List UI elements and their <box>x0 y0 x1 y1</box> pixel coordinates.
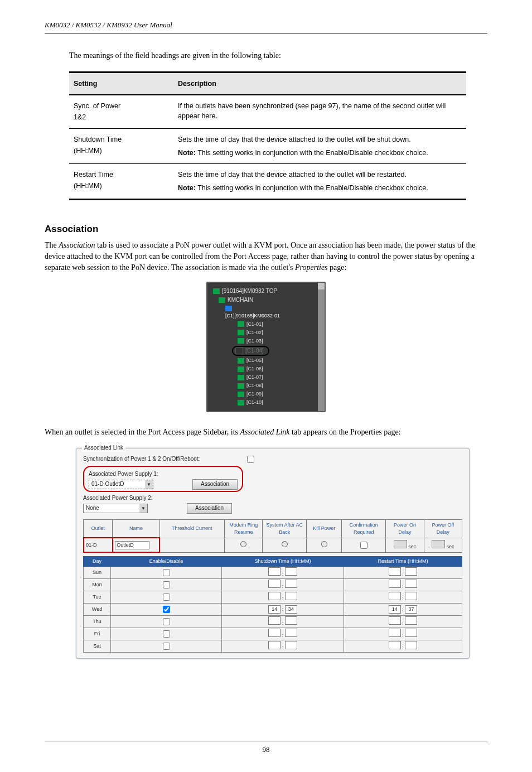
t: tab appears on the Properties page: <box>290 428 401 436</box>
row1-note: This setting works in conjunction with t… <box>197 149 428 157</box>
port-item[interactable]: [C1-07] <box>246 374 263 381</box>
power-on-delay-input[interactable] <box>394 540 407 548</box>
col-enable: Enable/Disable <box>111 556 222 566</box>
day-mon: Mon <box>84 579 111 591</box>
restart-m[interactable] <box>405 641 417 649</box>
port-item[interactable]: [C1-10] <box>246 399 263 406</box>
restart-m[interactable]: 37 <box>405 605 417 614</box>
port-item[interactable]: [C1-02] <box>246 329 263 336</box>
enable-checkbox[interactable] <box>163 594 170 601</box>
power-off-delay-input[interactable] <box>432 540 445 548</box>
outlet-name-input[interactable]: OutletD <box>115 541 149 549</box>
modem-radio[interactable] <box>240 541 246 547</box>
port-item-selected[interactable]: [C1-04] <box>245 347 264 355</box>
col-outlet: Outlet <box>84 519 113 538</box>
callout-selected-port[interactable]: [C1-04] <box>232 346 269 356</box>
day-row: Tue : : <box>84 591 462 604</box>
day-table: Day Enable/Disable Shutdown Time (HH:MM)… <box>83 556 462 653</box>
t-italic: Association <box>59 241 95 249</box>
port-icon <box>238 392 244 397</box>
restart-m[interactable] <box>405 616 417 625</box>
restart-h[interactable] <box>389 592 401 600</box>
tree-root[interactable]: [910164]KM0932 TOP <box>222 287 277 296</box>
tree-chain[interactable]: KMCHAIN <box>228 296 253 305</box>
port-icon <box>238 375 244 380</box>
restart-h[interactable] <box>389 641 401 649</box>
port-item[interactable]: [C1-09] <box>246 390 263 398</box>
restart-h[interactable] <box>389 567 401 576</box>
restart-h[interactable]: 14 <box>389 605 401 614</box>
kill-radio[interactable] <box>321 541 327 547</box>
sys-radio[interactable] <box>282 541 288 547</box>
sidebar-tree[interactable]: [910164]KM0932 TOP KMCHAIN [C1][910165]K… <box>206 282 326 412</box>
outlet-id: 01-D <box>84 538 113 552</box>
association-button[interactable]: Association <box>192 479 238 490</box>
enable-checkbox[interactable] <box>163 606 170 613</box>
aps1-select[interactable]: 01-D OutletD ▼ <box>89 480 153 489</box>
row0-label-b: 1&2 <box>74 113 86 121</box>
page-number: 98 <box>263 745 270 754</box>
port-icon <box>235 348 243 354</box>
restart-m[interactable] <box>405 592 417 600</box>
t: The <box>45 241 59 249</box>
device-icon <box>213 288 220 294</box>
col-day: Day <box>84 556 111 566</box>
enable-checkbox[interactable] <box>163 643 170 650</box>
enable-checkbox[interactable] <box>163 569 170 576</box>
port-item[interactable]: [C1-05] <box>246 357 263 364</box>
shutdown-m[interactable] <box>285 629 297 637</box>
shutdown-m[interactable] <box>285 592 297 600</box>
port-item[interactable]: [C1-08] <box>246 382 263 389</box>
t-italic: Associated Link <box>240 428 290 436</box>
t-italic: Properties <box>295 263 328 272</box>
sync-label: Synchronization of Power 1 & 2 On/Off/Re… <box>83 455 245 464</box>
restart-h[interactable] <box>389 616 401 625</box>
restart-m[interactable] <box>405 567 417 576</box>
confirm-checkbox[interactable] <box>360 542 367 549</box>
port-item[interactable]: [C1-03] <box>246 337 263 345</box>
tree-sub[interactable]: [C1][910165]KM0032-01 <box>225 312 280 320</box>
day-row: Wed14 : 3414 : 37 <box>84 604 462 616</box>
port-item[interactable]: [C1-01] <box>246 321 263 328</box>
outlet-threshold <box>159 538 224 552</box>
day-tue: Tue <box>84 591 111 604</box>
port-icon <box>238 383 244 389</box>
aps2-select[interactable]: None ▼ <box>83 504 148 513</box>
shutdown-h[interactable]: 14 <box>268 605 280 614</box>
scrollbar[interactable] <box>318 283 325 411</box>
restart-h[interactable] <box>389 629 401 637</box>
sync-checkbox[interactable] <box>247 456 254 463</box>
shutdown-m[interactable] <box>285 641 297 649</box>
restart-m[interactable] <box>405 580 417 588</box>
row2-desc: Sets the time of day that the device att… <box>178 170 458 180</box>
shutdown-h[interactable] <box>268 641 280 649</box>
port-item[interactable]: [C1-06] <box>246 365 263 373</box>
shutdown-h[interactable] <box>268 592 280 600</box>
shutdown-h[interactable] <box>268 567 280 576</box>
port-icon <box>238 400 244 406</box>
col-name: Name <box>113 519 159 538</box>
shutdown-h[interactable] <box>268 629 280 637</box>
restart-m[interactable] <box>405 629 417 637</box>
shutdown-m[interactable] <box>285 580 297 588</box>
shutdown-h[interactable] <box>268 616 280 625</box>
t: page: <box>328 263 347 272</box>
day-row: Sun : : <box>84 567 462 579</box>
shutdown-h[interactable] <box>268 580 280 588</box>
enable-checkbox[interactable] <box>163 581 170 588</box>
col-modem: Modem Ring Resume <box>225 519 263 538</box>
shutdown-m[interactable] <box>285 567 297 576</box>
col-confirm: Confirmation Required <box>342 519 386 538</box>
col-pon: Power On Delay <box>386 519 424 538</box>
shutdown-m[interactable]: 34 <box>285 605 297 614</box>
row1-desc: Sets the time of day that the device att… <box>178 134 458 144</box>
association-button[interactable]: Association <box>187 503 232 514</box>
outlet-row: 01-D OutletD sec sec <box>84 538 462 552</box>
chevron-down-icon: ▼ <box>145 480 153 489</box>
port-icon <box>238 321 244 327</box>
enable-checkbox[interactable] <box>163 630 170 638</box>
shutdown-m[interactable] <box>285 616 297 625</box>
enable-checkbox[interactable] <box>163 618 170 625</box>
header-rule <box>45 33 487 33</box>
restart-h[interactable] <box>389 580 401 588</box>
